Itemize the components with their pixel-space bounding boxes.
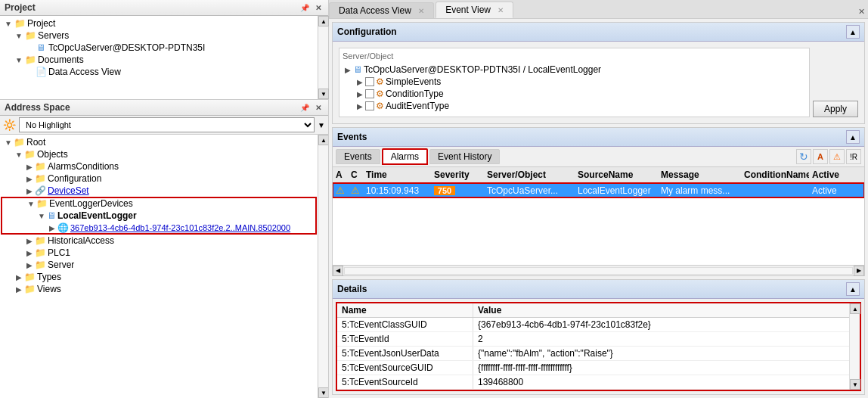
details-body: Name Value 5:TcEventClassGUID {367eb913-… — [336, 302, 861, 391]
row-src: LocalEventLogger — [575, 185, 658, 197]
expand-condition-type[interactable]: ▶ — [355, 89, 365, 99]
project-title: Project — [5, 2, 36, 13]
tree-item-tcopcua[interactable]: ▶ 🖥 TcOpcUaServer@DESKTOP-PDTN35I — [0, 42, 318, 54]
tree-item-servers[interactable]: ▼ 📁 Servers — [0, 30, 318, 42]
addr-eventlogger-devices[interactable]: ▼ 📁 EventLoggerDevices — [2, 197, 316, 210]
expand-documents[interactable]: ▼ — [14, 54, 24, 65]
details-row-0[interactable]: 5:TcEventClassGUID {367eb913-4cb6-4db1-9… — [337, 318, 849, 332]
expand-eventlogger-devices[interactable]: ▼ — [26, 198, 36, 209]
project-pin-icon[interactable]: 📌 — [299, 2, 310, 13]
addr-server[interactable]: ▶ 📁 Server — [0, 259, 318, 271]
details-scroll-track[interactable] — [850, 314, 860, 379]
simple-events-item[interactable]: ▶ ⚙ SimpleEvents — [343, 76, 806, 88]
audit-event-type-check[interactable] — [365, 101, 374, 110]
highlight-select[interactable]: No Highlight — [19, 117, 315, 132]
scroll-down[interactable]: ▼ — [318, 89, 329, 99]
addr-configuration[interactable]: ▶ 📁 Configuration — [0, 173, 318, 185]
tab-alarms[interactable]: Alarms — [382, 148, 428, 165]
condition-type-check[interactable] — [365, 89, 374, 98]
details-scrollbar[interactable]: ▲ ▼ — [849, 303, 860, 390]
ir-icon[interactable]: !R — [846, 149, 861, 164]
tab-event-history[interactable]: Event History — [429, 149, 500, 164]
expand-deviceset[interactable]: ▶ — [24, 185, 35, 196]
det-val-0: {367eb913-4cb6-4db1-974f-23c101c83f2e} — [473, 318, 849, 331]
server-icon: 🖥 — [47, 210, 56, 221]
addr-views[interactable]: ▶ 📁 Views — [0, 283, 318, 295]
expand-guid[interactable]: ▶ — [47, 222, 57, 233]
addr-scroll-up[interactable]: ▲ — [318, 135, 328, 145]
details-row-2[interactable]: 5:TcEventJsonUserData {"name":"fbAlm", "… — [337, 347, 849, 361]
expand-alarms[interactable]: ▶ — [24, 161, 35, 172]
address-close-icon[interactable]: ✕ — [313, 102, 324, 113]
refresh-icon[interactable]: ↻ — [796, 149, 811, 164]
warn-icon[interactable]: ⚠ — [829, 149, 845, 164]
expand-objects[interactable]: ▼ — [14, 149, 24, 160]
addr-guid-node[interactable]: ▶ 🌐 367eb913-4cb6-4db1-974f-23c101c83f2e… — [2, 222, 316, 234]
tab-close-event-view[interactable]: ✕ — [498, 6, 504, 14]
folder-icon: 📁 — [36, 198, 48, 209]
tree-item-project[interactable]: ▼ 📁 Project — [0, 17, 318, 30]
tree-item-documents[interactable]: ▼ 📁 Documents — [0, 54, 318, 66]
scroll-up[interactable]: ▲ — [318, 16, 329, 26]
project-close-icon[interactable]: ✕ — [313, 2, 324, 13]
events-hscroll[interactable]: ◀ ▶ — [333, 265, 864, 275]
details-row-1[interactable]: 5:TcEventId 2 — [337, 332, 849, 347]
event-row-0[interactable]: ⚠ ⚠ 10:15:09.943 750 TcOpcUaServer... Lo… — [333, 183, 864, 197]
expand-server[interactable]: ▶ — [24, 260, 35, 270]
addr-alarms[interactable]: ▶ 📁 AlarmsConditions — [0, 160, 318, 173]
details-scroll-up[interactable]: ▲ — [850, 303, 860, 314]
expand-views[interactable]: ▶ — [14, 284, 24, 294]
details-collapse[interactable]: ▲ — [846, 282, 860, 296]
col-active: Active — [809, 169, 854, 181]
tree-item-data-access[interactable]: ▶ 📄 Data Access View — [0, 66, 318, 78]
expand-root[interactable]: ▼ — [3, 137, 14, 148]
config-collapse[interactable]: ▲ — [846, 25, 860, 39]
addr-scroll-track[interactable] — [318, 145, 328, 387]
alarm-a-icon[interactable]: A — [813, 149, 828, 164]
row-time: 10:15:09.943 — [363, 185, 431, 197]
details-header: Details ▲ — [333, 280, 864, 299]
audit-event-type-item[interactable]: ▶ ⚙ AuditEventType — [343, 100, 806, 112]
project-scrollbar[interactable]: ▲ ▼ — [318, 16, 328, 99]
tab-events[interactable]: Events — [336, 149, 380, 164]
expand-project[interactable]: ▼ — [3, 18, 14, 29]
simple-events-check[interactable] — [365, 77, 374, 86]
expand-types[interactable]: ▶ — [14, 272, 24, 282]
addr-historical[interactable]: ▶ 📁 HistoricalAccess — [0, 235, 318, 247]
hscroll-left[interactable]: ◀ — [333, 266, 343, 276]
events-collapse[interactable]: ▲ — [846, 130, 860, 144]
expand-local-event-logger[interactable]: ▼ — [36, 210, 47, 221]
expand-plc1[interactable]: ▶ — [24, 247, 35, 258]
details-row-3[interactable]: 5:TcEventSourceGUID {ffffffff-ffff-ffff-… — [337, 361, 849, 375]
apply-button[interactable]: Apply — [813, 101, 858, 117]
tab-event-view[interactable]: Event View ✕ — [436, 2, 513, 18]
expand-servers[interactable]: ▼ — [14, 30, 24, 41]
hscroll-right[interactable]: ▶ — [854, 266, 864, 276]
scroll-track[interactable] — [318, 26, 328, 89]
row-c-icon: ⚠ — [348, 184, 363, 197]
addr-plc1[interactable]: ▶ 📁 PLC1 — [0, 247, 318, 259]
det-name-1: 5:TcEventId — [337, 332, 473, 346]
addr-scroll-down[interactable]: ▼ — [318, 387, 328, 398]
addr-objects[interactable]: ▼ 📁 Objects — [0, 148, 318, 160]
details-row-4[interactable]: 5:TcEventSourceId 139468800 — [337, 375, 849, 390]
addr-root[interactable]: ▼ 📁 Root — [0, 136, 318, 148]
address-pin-icon[interactable]: 📌 — [299, 102, 310, 113]
hscroll-track[interactable] — [344, 267, 853, 275]
expand-historical[interactable]: ▶ — [24, 235, 35, 246]
tab-close-data-access[interactable]: ✕ — [418, 7, 424, 15]
right-panel-close[interactable]: ✕ — [854, 5, 868, 18]
condition-type-item[interactable]: ▶ ⚙ ConditionType — [343, 88, 806, 100]
addr-local-event-logger[interactable]: ▼ 🖥 LocalEventLogger — [2, 210, 316, 222]
expand-configuration[interactable]: ▶ — [24, 173, 35, 184]
address-scrollbar[interactable]: ▲ ▼ — [318, 135, 328, 398]
expand-server-path[interactable]: ▶ — [343, 64, 353, 75]
addr-deviceset[interactable]: ▶ 🔗 DeviceSet — [0, 185, 318, 197]
expand-audit-event-type[interactable]: ▶ — [355, 101, 365, 111]
details-table: Name Value 5:TcEventClassGUID {367eb913-… — [337, 303, 849, 390]
dropdown-icon[interactable]: ▼ — [318, 121, 325, 129]
addr-types[interactable]: ▶ 📁 Types — [0, 271, 318, 283]
details-scroll-down[interactable]: ▼ — [850, 379, 860, 390]
expand-simple-events[interactable]: ▶ — [355, 76, 365, 87]
tab-data-access[interactable]: Data Access View ✕ — [329, 2, 434, 18]
